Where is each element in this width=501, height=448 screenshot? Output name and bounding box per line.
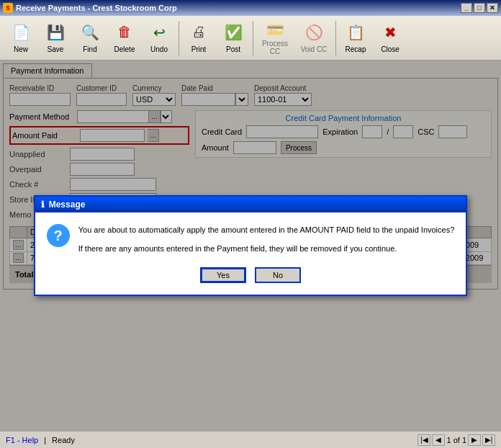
status-bar: F1 - Help | Ready |◀ ◀ 1 of 1 ▶ ▶| — [0, 431, 501, 448]
close-window-button[interactable]: ✕ — [487, 3, 498, 13]
find-icon: 🔍 — [78, 21, 101, 44]
help-text[interactable]: F1 - Help — [6, 436, 38, 444]
print-icon: 🖨 — [187, 21, 210, 44]
ready-text: Ready — [52, 436, 75, 444]
print-label: Print — [191, 45, 207, 53]
save-icon: 💾 — [44, 21, 67, 44]
modal-title-bar: ℹ Message — [35, 197, 466, 212]
toolbar-separator — [179, 21, 179, 55]
process-cc-label: Process CC — [258, 40, 292, 55]
last-page-button[interactable]: ▶| — [482, 434, 495, 446]
first-page-button[interactable]: |◀ — [418, 434, 430, 446]
undo-label: Undo — [150, 45, 168, 53]
app-icon: $ — [3, 3, 13, 13]
modal-text: You are about to automatically apply the… — [78, 224, 455, 255]
nav-buttons: |◀ ◀ 1 of 1 ▶ ▶| — [418, 434, 495, 446]
find-button[interactable]: 🔍 Find — [73, 19, 107, 58]
save-label: Save — [48, 45, 64, 53]
modal-no-button[interactable]: No — [255, 267, 301, 283]
process-cc-icon: 💳 — [263, 21, 286, 38]
title-bar: $ Receive Payments - Crest Stockroom Cor… — [0, 0, 501, 16]
toolbar-separator-3 — [335, 21, 336, 55]
modal-buttons: Yes No — [47, 267, 455, 283]
modal-title-text: Message — [49, 200, 86, 210]
undo-icon: ↩ — [148, 21, 171, 44]
recap-label: Recap — [346, 45, 366, 53]
void-cc-button[interactable]: 🚫 Void CC — [295, 19, 333, 58]
toolbar-separator-2 — [253, 21, 253, 55]
save-button[interactable]: 💾 Save — [39, 19, 72, 58]
void-cc-label: Void CC — [301, 45, 328, 53]
delete-label: Delete — [114, 45, 135, 53]
print-button[interactable]: 🖨 Print — [182, 19, 215, 58]
modal-line1: You are about to automatically apply the… — [78, 224, 455, 237]
undo-button[interactable]: ↩ Undo — [143, 19, 176, 58]
modal-question-icon: ? — [47, 224, 70, 247]
void-cc-icon: 🚫 — [302, 21, 325, 44]
process-cc-button[interactable]: 💳 Process CC — [256, 19, 294, 58]
modal-body: ? You are about to automatically apply t… — [35, 212, 466, 294]
close-button[interactable]: ✖ Close — [374, 19, 407, 58]
main-area: Payment Information Receivable ID RCV-10… — [0, 61, 501, 431]
post-label: Post — [226, 45, 240, 53]
new-icon: 📄 — [9, 21, 32, 44]
page-info: 1 of 1 — [446, 436, 466, 444]
post-button[interactable]: ✅ Post — [217, 19, 250, 58]
toolbar: 📄 New 💾 Save 🔍 Find 🗑 Delete ↩ Undo 🖨 Pr… — [0, 16, 501, 61]
window-title: Receive Payments - Crest Stockroom Corp — [16, 4, 177, 12]
status-separator: | — [44, 436, 46, 444]
close-label: Close — [381, 45, 400, 53]
close-icon: ✖ — [379, 21, 402, 44]
find-label: Find — [83, 45, 96, 53]
post-icon: ✅ — [222, 21, 245, 44]
delete-icon: 🗑 — [113, 21, 136, 44]
maximize-button[interactable]: □ — [474, 3, 485, 13]
modal-line2: If there are any amounts entered in the … — [78, 243, 455, 256]
new-button[interactable]: 📄 New — [4, 19, 37, 58]
modal-content: ? You are about to automatically apply t… — [47, 224, 455, 255]
modal-overlay: ℹ Message ? You are about to automatical… — [0, 61, 501, 431]
recap-button[interactable]: 📋 Recap — [339, 19, 372, 58]
new-label: New — [14, 45, 28, 53]
minimize-button[interactable]: _ — [461, 3, 472, 13]
modal-yes-button[interactable]: Yes — [200, 267, 246, 283]
next-page-button[interactable]: ▶ — [468, 434, 481, 446]
delete-button[interactable]: 🗑 Delete — [108, 19, 141, 58]
recap-icon: 📋 — [344, 21, 367, 44]
prev-page-button[interactable]: ◀ — [432, 434, 445, 446]
modal-title-icon: ℹ — [41, 200, 45, 210]
message-dialog: ℹ Message ? You are about to automatical… — [34, 195, 468, 295]
